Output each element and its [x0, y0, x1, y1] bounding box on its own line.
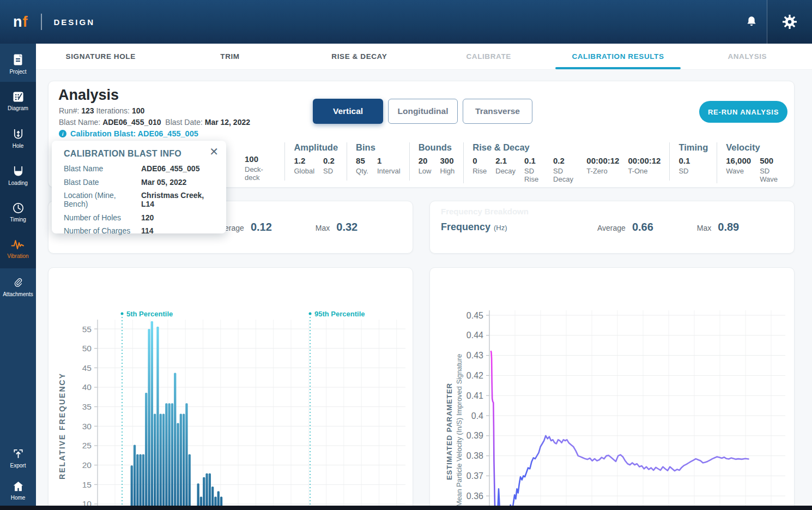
tab-label: TRIM	[220, 52, 239, 61]
sidebar-label: Loading	[8, 180, 28, 186]
svg-text:RELATIVE FREQUENCY: RELATIVE FREQUENCY	[58, 373, 66, 479]
tab-label: ANALYSIS	[728, 52, 767, 61]
tab-label: SIGNATURE HOLE	[66, 52, 136, 61]
svg-text:0.4: 0.4	[471, 411, 483, 421]
svg-text:15: 15	[82, 480, 92, 489]
sidebar-label: Vibration	[7, 253, 28, 259]
estimated-parameter-card: 0.450.440.430.420.410.40.390.380.370.36E…	[429, 267, 795, 510]
tab-label: CALIBRATE	[466, 52, 511, 61]
export-icon	[12, 447, 25, 460]
sidebar-label: Export	[10, 463, 26, 469]
svg-text:50: 50	[82, 344, 92, 353]
logo-f: f	[23, 14, 28, 30]
clock-icon	[12, 202, 25, 214]
ppv-histogram-card: 555045403530252015105th Percentile95th P…	[48, 267, 413, 510]
calibration-blast-info-popup: CALIBRATION BLAST INFO ✕ Blast NameADE06…	[52, 141, 226, 233]
workflow-tabbar: SIGNATURE HOLE TRIM RISE & DECAY CALIBRA…	[36, 44, 812, 70]
svg-text:0.41: 0.41	[466, 391, 483, 400]
tab-label: CALIBRATION RESULTS	[572, 52, 664, 61]
notifications-button[interactable]	[736, 0, 767, 44]
svg-text:35: 35	[82, 402, 92, 411]
sidebar-item-diagram[interactable]: Diagram	[0, 91, 36, 111]
active-tab-indicator	[555, 67, 681, 69]
svg-text:(Mean Particle Velocity (In/S): (Mean Particle Velocity (In/S) Improved …	[455, 354, 463, 509]
sidebar-item-project[interactable]: Project	[0, 53, 36, 75]
svg-text:0.38: 0.38	[466, 451, 483, 460]
tab-label: RISE & DECAY	[331, 52, 387, 61]
svg-text:45: 45	[82, 363, 92, 373]
popup-row-charges: Number of Charges114	[64, 226, 217, 235]
svg-text:20: 20	[82, 460, 92, 470]
svg-text:95th Percentile: 95th Percentile	[314, 310, 365, 318]
sidebar-item-attachments[interactable]: Attachments	[0, 276, 36, 297]
logo-n: n	[13, 14, 22, 30]
tab-trim[interactable]: TRIM	[165, 44, 294, 69]
sidebar-item-loading[interactable]: Loading	[0, 165, 36, 186]
sidebar-label: Attachments	[3, 291, 33, 297]
document-icon	[12, 53, 24, 67]
svg-text:0.37: 0.37	[466, 471, 483, 481]
svg-text:0.39: 0.39	[466, 431, 483, 440]
bottom-window-strip	[0, 506, 812, 510]
svg-text:0.36: 0.36	[466, 491, 483, 501]
estimated-parameter-chart: 0.450.440.430.420.410.40.390.380.370.36E…	[430, 268, 795, 510]
param-group-amplitude: Amplitude 1.2Global 0.2SD	[284, 142, 347, 181]
popup-row-blast-name: Blast NameADE06_455_005	[64, 164, 217, 173]
param-group-velocity: Velocity 16,000Wave 500SD Wave	[717, 142, 794, 183]
popup-row-holes: Number of Holes120	[64, 213, 217, 222]
tab-analysis[interactable]: ANALYSIS	[683, 44, 812, 69]
frequency-unit: (Hz)	[494, 224, 507, 232]
calibration-blast-link[interactable]: i Calibration Blast: ADE06_455_005	[59, 129, 198, 138]
vibration-waveform-icon	[11, 238, 25, 251]
gear-icon	[781, 14, 798, 30]
left-sidebar: Project Diagram Hole Loading Timing Vibr…	[0, 44, 36, 510]
sidebar-item-hole[interactable]: Hole	[0, 128, 36, 149]
transverse-button[interactable]: Transverse	[463, 99, 532, 124]
sidebar-label: Project	[9, 69, 26, 75]
svg-text:40: 40	[82, 382, 92, 392]
bell-icon	[744, 15, 759, 29]
svg-text:0.42: 0.42	[466, 371, 483, 380]
vertical-button[interactable]: Vertical	[313, 99, 383, 124]
svg-text:ESTIMATED PARAMETER: ESTIMATED PARAMETER	[445, 383, 453, 480]
frequency-max: Max0.89	[697, 221, 739, 233]
loading-icon	[12, 165, 25, 178]
blast-info: Blast Name: ADE06_455_010 Blast Date: Ma…	[59, 118, 250, 127]
paperclip-icon	[12, 276, 24, 289]
popup-row-location: Location (Mine, Bench)Christmas Creek, L…	[64, 191, 217, 208]
svg-text:55: 55	[82, 325, 92, 334]
tab-calibrate[interactable]: CALIBRATE	[424, 44, 553, 69]
frequency-average: Average0.66	[597, 221, 653, 233]
top-navbar: nf DESIGN	[0, 0, 812, 44]
rerun-analysis-button[interactable]: RE-RUN ANALYSIS	[699, 101, 787, 123]
ppv-histogram-chart: 555045403530252015105th Percentile95th P…	[49, 268, 413, 510]
sidebar-item-export[interactable]: Export	[0, 447, 36, 469]
popup-title: CALIBRATION BLAST INFO	[64, 149, 217, 159]
frequency-breakdown-ghost-label: Frequency Breakdown	[441, 207, 529, 216]
longitudinal-button[interactable]: Longitudinal	[388, 99, 458, 124]
sidebar-label: Timing	[10, 217, 26, 223]
tab-rise-decay[interactable]: RISE & DECAY	[295, 44, 424, 69]
sidebar-item-vibration[interactable]: Vibration	[0, 238, 36, 259]
app-logo: nf	[13, 14, 28, 31]
product-name: DESIGN	[54, 17, 95, 27]
tab-calibration-results[interactable]: CALIBRATION RESULTS	[553, 44, 682, 69]
frequency-summary-card: Frequency Breakdown Frequency(Hz) Averag…	[429, 201, 795, 254]
run-number: 123	[81, 106, 94, 115]
sidebar-item-timing[interactable]: Timing	[0, 202, 36, 223]
logo-divider	[41, 14, 42, 30]
svg-text:30: 30	[82, 422, 92, 431]
blast-date-value: Mar 12, 2022	[205, 118, 250, 127]
calibration-blast-value: ADE06_455_005	[138, 129, 198, 138]
run-info: Run#: 123 Iterations: 100	[59, 106, 144, 115]
info-icon: i	[59, 130, 66, 137]
param-group-rise-decay: Rise & Decay 0Rise 2.1Decay 0.1SD Rise 0…	[463, 142, 669, 183]
component-toggle-group: Vertical Longitudinal Transverse	[313, 99, 532, 124]
sidebar-item-home[interactable]: Home	[0, 480, 36, 501]
tab-signature-hole[interactable]: SIGNATURE HOLE	[36, 44, 165, 69]
parameters-strip: 100Deck-deck Amplitude 1.2Global 0.2SD B…	[236, 142, 794, 183]
param-group: 100Deck-deck	[236, 142, 284, 182]
close-icon[interactable]: ✕	[209, 146, 219, 157]
frequency-title: Frequency(Hz)	[441, 221, 597, 233]
settings-button[interactable]	[778, 0, 802, 44]
